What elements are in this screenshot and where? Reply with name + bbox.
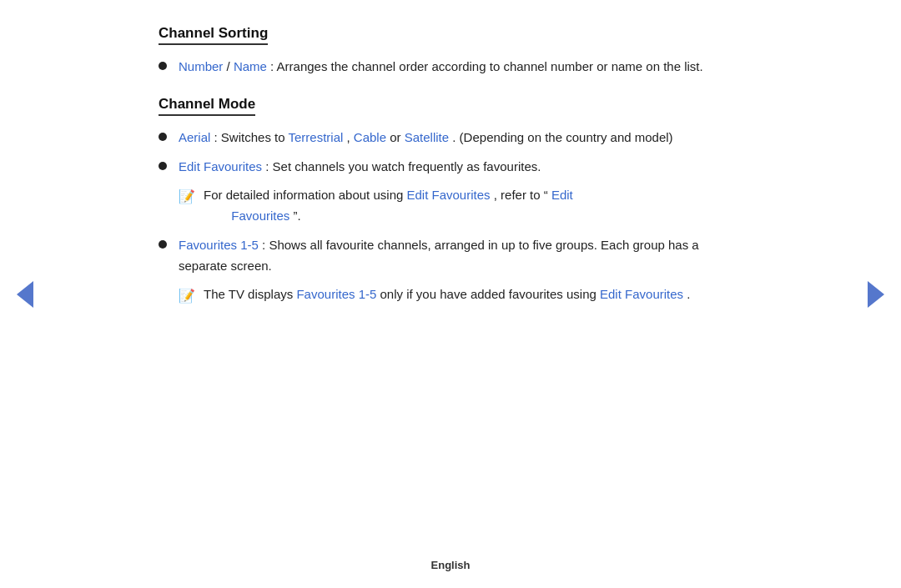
link-aerial: Aerial <box>179 130 210 144</box>
link-edit-fav-note1: Edit Favourites <box>406 188 490 202</box>
link-edit-favourites-main: Edit Favourites <box>179 159 262 173</box>
section-channel-sorting: Channel Sorting Number / Name : Arranges… <box>159 25 742 78</box>
nav-arrow-right[interactable] <box>868 281 884 308</box>
note-text-after1: ”. <box>294 209 301 223</box>
link-name: Name <box>234 59 267 73</box>
aerial-text2: . (Depending on the country and model) <box>452 130 672 144</box>
link-favourites-1-5-main: Favourites 1-5 <box>179 238 259 252</box>
note-text-mid2: only if you have added favourites using <box>380 287 601 301</box>
note-icon-edit-fav: 📝 <box>179 186 195 208</box>
list-item-number-name: Number / Name : Arranges the channel ord… <box>159 57 742 78</box>
note-text-before2: The TV displays <box>204 287 296 301</box>
note-text-after2: . <box>687 287 690 301</box>
list-item-edit-favourites: Edit Favourites : Set channels you watch… <box>159 157 742 178</box>
link-satellite: Satellite <box>405 130 449 144</box>
fav15-text: Favourites 1-5 : Shows all favourite cha… <box>179 235 742 277</box>
edit-fav-text: Edit Favourites : Set channels you watch… <box>179 157 742 178</box>
note-edit-favourites: 📝 For detailed information about using E… <box>179 185 742 227</box>
number-name-text: Number / Name : Arranges the channel ord… <box>179 57 742 78</box>
link-number: Number <box>179 59 223 73</box>
bullet-dot-edit-fav <box>159 162 167 170</box>
section-title-channel-mode: Channel Mode <box>159 96 255 116</box>
note-icon-fav15: 📝 <box>179 285 195 307</box>
link-cable: Cable <box>354 130 386 144</box>
aerial-text: Aerial : Switches to Terrestrial , Cable… <box>179 128 742 148</box>
list-item-aerial: Aerial : Switches to Terrestrial , Cable… <box>159 128 742 148</box>
note-text-fav15: The TV displays Favourites 1-5 only if y… <box>204 284 742 305</box>
section-title-channel-sorting: Channel Sorting <box>159 25 268 45</box>
link-fav15-note: Favourites 1-5 <box>296 287 376 301</box>
channel-sorting-list: Number / Name : Arranges the channel ord… <box>159 57 742 78</box>
main-content: Channel Sorting Number / Name : Arranges… <box>75 0 826 348</box>
note-text-edit-fav: For detailed information about using Edi… <box>204 185 742 227</box>
note-favourites-1-5: 📝 The TV displays Favourites 1-5 only if… <box>179 284 742 307</box>
bullet-dot-aerial <box>159 133 167 141</box>
footer-language: English <box>0 559 901 571</box>
link-edit-fav-fav15-note: Edit Favourites <box>600 287 683 301</box>
note-text-mid1: , refer to “ <box>494 188 548 202</box>
aerial-comma1: , <box>347 130 354 144</box>
aerial-or: or <box>390 130 405 144</box>
aerial-text1: : Switches to <box>214 130 289 144</box>
edit-fav-description: : Set channels you watch frequently as f… <box>265 159 541 173</box>
note-text-before1: For detailed information about using <box>204 188 406 202</box>
bullet-dot <box>159 62 167 70</box>
slash-separator: / <box>227 59 234 73</box>
link-terrestrial: Terrestrial <box>288 130 343 144</box>
nav-arrow-left[interactable] <box>17 281 33 308</box>
channel-mode-list: Aerial : Switches to Terrestrial , Cable… <box>159 128 742 308</box>
section-channel-mode: Channel Mode Aerial : Switches to Terres… <box>159 96 742 308</box>
list-item-favourites-1-5: Favourites 1-5 : Shows all favourite cha… <box>159 235 742 277</box>
number-name-description: : Arranges the channel order according t… <box>270 59 703 73</box>
bullet-dot-fav15 <box>159 240 167 249</box>
